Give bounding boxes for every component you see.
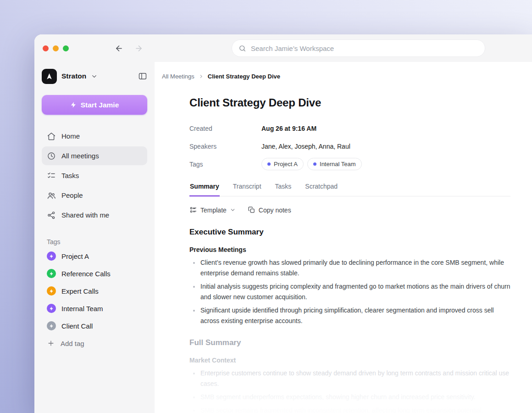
meta-row-tags: Tags Project A Internal Team (189, 155, 510, 173)
straton-logo-icon (42, 69, 57, 84)
summary-bullet: Initial analysis suggests pricing comple… (189, 281, 510, 302)
share-icon (47, 211, 56, 220)
breadcrumb-current: Client Strategy Deep Dive (208, 73, 280, 80)
sidebar-tag-reference-calls[interactable]: Reference Calls (42, 265, 147, 282)
tab-transcript[interactable]: Transcript (233, 179, 262, 196)
tag-dot-icon (313, 162, 316, 166)
search-input[interactable] (251, 45, 478, 52)
tag-pill-label: Internal Team (320, 161, 356, 167)
workspace-name: Straton (61, 72, 86, 80)
back-arrow-icon[interactable] (115, 44, 123, 53)
tag-pill-project-a[interactable]: Project A (261, 158, 304, 170)
breadcrumb-chevron-icon (198, 73, 204, 79)
speakers-label: Speakers (189, 143, 261, 150)
app-window: Straton Start Jamie Home (34, 34, 532, 413)
copy-icon (248, 206, 255, 214)
sidebar-item-home[interactable]: Home (42, 127, 147, 145)
sidebar-item-tasks[interactable]: Tasks (42, 166, 147, 185)
tag-bolt-icon (47, 321, 56, 330)
maximize-window-button[interactable] (63, 45, 69, 51)
bolt-icon (70, 101, 77, 108)
template-button[interactable]: Template (189, 206, 236, 214)
forward-arrow-icon[interactable] (134, 44, 143, 53)
window-controls (43, 45, 69, 51)
sidebar-item-label: People (61, 191, 83, 199)
sidebar-item-label: Shared with me (61, 211, 109, 219)
chevron-down-icon (230, 207, 236, 213)
previous-meetings-heading: Previous Meetings (189, 246, 510, 253)
tag-list: Project A Reference Calls Expert Calls (42, 247, 147, 352)
meeting-tabs: Summary Transcript Tasks Scratchpad (189, 179, 510, 196)
window-topbar (34, 34, 532, 62)
workspace-search[interactable] (232, 39, 485, 57)
start-jamie-button[interactable]: Start Jamie (42, 95, 147, 115)
summary-bullet: Client’s revenue growth has slowed prima… (189, 257, 510, 279)
clock-icon (47, 151, 56, 161)
executive-summary-heading: Executive Summary (189, 228, 510, 237)
full-summary-heading: Full Summary (189, 338, 510, 347)
summary-bullet: SMB segment underperforms expectations, … (189, 392, 510, 402)
close-window-button[interactable] (43, 45, 49, 51)
tag-label: Reference Calls (61, 270, 111, 278)
tags-section-header: Tags (42, 238, 147, 246)
copy-notes-label: Copy notes (259, 206, 291, 214)
plus-icon (47, 339, 55, 347)
tag-pill-internal-team[interactable]: Internal Team (307, 158, 362, 170)
tag-bolt-icon (47, 304, 56, 313)
tag-bolt-icon (47, 286, 56, 296)
tags-label: Tags (189, 161, 261, 168)
home-icon (47, 132, 56, 141)
tag-label: Client Call (61, 322, 93, 330)
tag-bolt-icon (47, 251, 56, 261)
tab-tasks[interactable]: Tasks (275, 179, 292, 196)
sidebar-item-label: Home (61, 132, 80, 140)
panel-toggle-icon[interactable] (138, 72, 147, 81)
chevron-down-icon (91, 73, 98, 80)
sidebar-tag-client-call[interactable]: Client Call (42, 317, 147, 335)
sidebar-tag-expert-calls[interactable]: Expert Calls (42, 282, 147, 300)
tasks-icon (47, 171, 56, 180)
workspace-switcher[interactable]: Straton (42, 66, 147, 87)
sidebar: Straton Start Jamie Home (34, 62, 155, 413)
tag-dot-icon (267, 162, 271, 166)
sidebar-item-all-meetings[interactable]: All meetings (42, 146, 147, 165)
meeting-meta: Created Aug 26 at 9:16 AM Speakers Jane,… (189, 119, 510, 173)
summary-toolbar: Template Copy notes (189, 206, 510, 214)
tag-bolt-icon (47, 269, 56, 278)
created-value: Aug 26 at 9:16 AM (261, 125, 316, 132)
speakers-value: Jane, Alex, Joseph, Anna, Raul (261, 143, 350, 150)
page-title: Client Strategy Deep Dive (189, 96, 510, 109)
tag-label: Internal Team (61, 305, 103, 313)
sidebar-tag-project-a[interactable]: Project A (42, 247, 147, 265)
tab-summary[interactable]: Summary (189, 179, 220, 196)
summary-bullet: Enterprise customers continue to show st… (189, 368, 510, 389)
sidebar-tag-internal-team[interactable]: Internal Team (42, 300, 147, 317)
meta-row-speakers: Speakers Jane, Alex, Joseph, Anna, Raul (189, 137, 510, 155)
copy-notes-button[interactable]: Copy notes (248, 206, 291, 214)
tag-label: Expert Calls (61, 287, 99, 295)
people-icon (47, 191, 56, 200)
market-context-list: Enterprise customers continue to show st… (189, 368, 510, 413)
tab-scratchpad[interactable]: Scratchpad (305, 179, 338, 196)
meta-row-created: Created Aug 26 at 9:16 AM (189, 119, 510, 137)
add-tag-button[interactable]: Add tag (42, 335, 147, 352)
summary-bullet: SMB sector remains fragmented with incon… (189, 405, 510, 413)
sidebar-item-shared-with-me[interactable]: Shared with me (42, 206, 147, 224)
sidebar-item-label: All meetings (61, 152, 99, 160)
start-jamie-label: Start Jamie (81, 101, 119, 109)
template-label: Template (200, 206, 227, 214)
main-content: All Meetings Client Strategy Deep Dive C… (155, 62, 532, 413)
minimize-window-button[interactable] (53, 45, 59, 51)
search-icon (238, 45, 246, 52)
market-context-heading: Market Context (189, 357, 510, 364)
sidebar-item-label: Tasks (61, 172, 79, 179)
sidebar-nav: Home All meetings Tasks (42, 127, 147, 224)
breadcrumb: All Meetings Client Strategy Deep Dive (162, 73, 532, 80)
tag-pill-label: Project A (274, 161, 298, 167)
previous-meetings-list: Client’s revenue growth has slowed prima… (189, 257, 510, 326)
sidebar-item-people[interactable]: People (42, 186, 147, 205)
summary-bullet: Significant upside identified through pr… (189, 305, 510, 326)
tag-label: Project A (61, 252, 89, 260)
created-label: Created (189, 125, 261, 132)
breadcrumb-parent[interactable]: All Meetings (162, 73, 194, 80)
